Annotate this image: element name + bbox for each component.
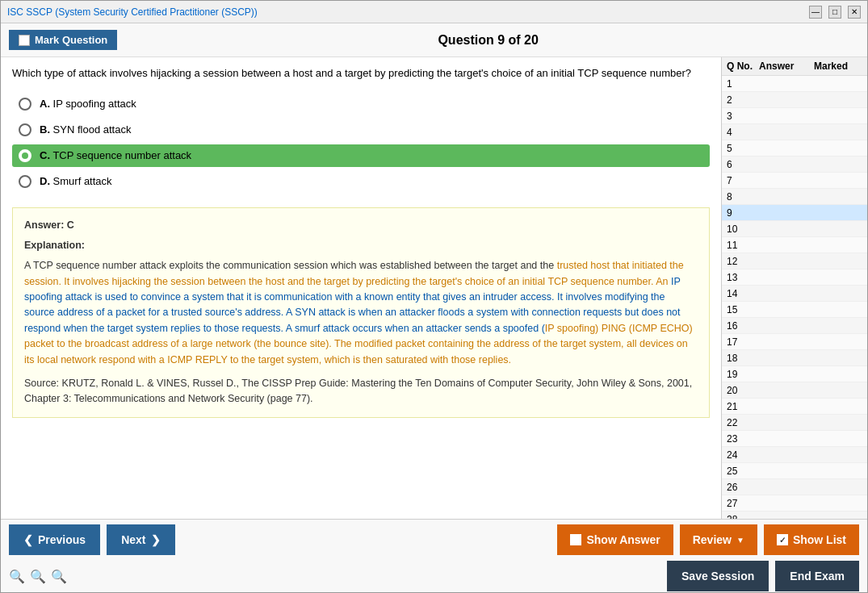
- previous-button[interactable]: Previous: [9, 524, 100, 555]
- option-c[interactable]: C. TCP sequence number attack: [12, 144, 710, 167]
- sidebar-row[interactable]: 7: [722, 173, 867, 189]
- footer: Previous Next Show Answer Review ▼ ✓ Sho…: [1, 519, 867, 592]
- sidebar-row[interactable]: 14: [722, 286, 867, 302]
- sidebar-row-qno: 11: [727, 240, 759, 251]
- sidebar-row-qno: 18: [727, 353, 759, 364]
- option-b[interactable]: B. SYN flood attack: [12, 119, 710, 141]
- zoom-out-button[interactable]: 🔍: [51, 569, 67, 584]
- show-list-icon: ✓: [777, 534, 788, 545]
- minimize-button[interactable]: —: [809, 6, 822, 19]
- sidebar-row[interactable]: 15: [722, 302, 867, 318]
- sidebar-row-qno: 4: [727, 127, 759, 138]
- sidebar-row[interactable]: 25: [722, 463, 867, 479]
- sidebar-row-qno: 25: [727, 466, 759, 477]
- sidebar-row-qno: 19: [727, 369, 759, 380]
- sidebar-row[interactable]: 6: [722, 157, 867, 173]
- sidebar-row[interactable]: 23: [722, 431, 867, 447]
- sidebar-row[interactable]: 18: [722, 350, 867, 366]
- sidebar-row-qno: 21: [727, 401, 759, 412]
- sidebar-row[interactable]: 10: [722, 221, 867, 237]
- mark-question-label: Mark Question: [35, 34, 107, 46]
- review-dropdown-icon: ▼: [736, 536, 744, 545]
- sidebar-row[interactable]: 2: [722, 92, 867, 108]
- sidebar-row-qno: 3: [727, 111, 759, 122]
- option-c-radio: [19, 149, 31, 162]
- option-a-label: A. IP spoofing attack: [40, 98, 136, 110]
- question-title: Question 9 of 20: [117, 33, 859, 48]
- sidebar-row[interactable]: 8: [722, 189, 867, 205]
- option-c-label: C. TCP sequence number attack: [40, 149, 191, 161]
- sidebar-row[interactable]: 16: [722, 318, 867, 334]
- sidebar-row-qno: 22: [727, 417, 759, 428]
- review-label: Review: [693, 533, 732, 546]
- sidebar-row[interactable]: 19: [722, 366, 867, 382]
- next-button[interactable]: Next: [107, 524, 174, 555]
- sidebar-row[interactable]: 24: [722, 447, 867, 463]
- maximize-button[interactable]: □: [828, 6, 841, 19]
- sidebar-row-qno: 6: [727, 159, 759, 170]
- main-panel: Which type of attack involves hijacking …: [1, 57, 722, 519]
- sidebar-rows: 1 2 3 4 5 6 7 8: [722, 76, 867, 519]
- show-answer-button[interactable]: Show Answer: [557, 524, 673, 555]
- option-b-label: B. SYN flood attack: [40, 123, 131, 136]
- sidebar-row[interactable]: 12: [722, 253, 867, 269]
- window-controls: — □ ✕: [809, 6, 861, 19]
- title-bar: ISC SSCP (System Security Certified Prac…: [1, 1, 867, 23]
- close-button[interactable]: ✕: [848, 6, 861, 19]
- sidebar-row[interactable]: 5: [722, 140, 867, 157]
- mark-question-button[interactable]: Mark Question: [9, 30, 117, 50]
- sidebar-row[interactable]: 3: [722, 108, 867, 124]
- sidebar-row[interactable]: 28: [722, 512, 867, 519]
- sidebar-row[interactable]: 17: [722, 334, 867, 350]
- sidebar-row[interactable]: 26: [722, 479, 867, 495]
- sidebar-col-qno: Q No.: [727, 61, 759, 72]
- chevron-left-icon: [23, 533, 33, 546]
- option-d[interactable]: D. Smurf attack: [12, 170, 710, 193]
- sidebar-row[interactable]: 22: [722, 415, 867, 431]
- show-list-button[interactable]: ✓ Show List: [764, 524, 859, 555]
- zoom-reset-button[interactable]: 🔍: [30, 569, 46, 584]
- sidebar-row[interactable]: 21: [722, 399, 867, 415]
- option-a[interactable]: A. IP spoofing attack: [12, 93, 710, 115]
- end-exam-label: End Exam: [790, 570, 845, 583]
- option-a-radio: [19, 98, 31, 111]
- show-answer-label: Show Answer: [586, 533, 660, 546]
- sidebar-row-qno: 15: [727, 304, 759, 315]
- zoom-in-button[interactable]: 🔍: [9, 569, 25, 584]
- sidebar-row-qno: 9: [727, 207, 759, 219]
- sidebar-row[interactable]: 9: [722, 205, 867, 221]
- sidebar-row-qno: 16: [727, 320, 759, 332]
- explanation-label: Explanation:: [24, 238, 698, 253]
- explanation-body: A TCP sequence number attack exploits th…: [24, 258, 698, 368]
- save-session-label: Save Session: [681, 570, 754, 583]
- show-answer-icon: [570, 534, 581, 545]
- sidebar-row-qno: 27: [727, 498, 759, 509]
- sidebar-row[interactable]: 11: [722, 237, 867, 253]
- sidebar-col-marked: Marked: [814, 61, 862, 72]
- sidebar-row-qno: 14: [727, 288, 759, 299]
- show-list-label: Show List: [793, 533, 846, 546]
- sidebar-row-qno: 24: [727, 449, 759, 461]
- source-text: Source: KRUTZ, Ronald L. & VINES, Russel…: [24, 376, 698, 407]
- review-button[interactable]: Review ▼: [680, 524, 757, 555]
- sidebar-row[interactable]: 1: [722, 76, 867, 92]
- sidebar-row[interactable]: 4: [722, 124, 867, 140]
- sidebar-row-qno: 17: [727, 336, 759, 348]
- sidebar-row[interactable]: 27: [722, 495, 867, 512]
- end-exam-button[interactable]: End Exam: [775, 561, 859, 591]
- sidebar-row-qno: 23: [727, 433, 759, 445]
- previous-label: Previous: [38, 533, 86, 546]
- sidebar-row[interactable]: 13: [722, 269, 867, 286]
- toolbar: Mark Question Question 9 of 20: [1, 23, 867, 57]
- sidebar-row-qno: 1: [727, 78, 759, 90]
- sidebar: Q No. Answer Marked 1 2 3 4 5 6: [722, 57, 867, 519]
- save-session-button[interactable]: Save Session: [667, 561, 769, 591]
- sidebar-row-qno: 12: [727, 256, 759, 267]
- sidebar-row-qno: 10: [727, 223, 759, 235]
- sidebar-row-qno: 7: [727, 175, 759, 186]
- sidebar-row-qno: 2: [727, 94, 759, 106]
- mark-checkbox-icon: [19, 35, 30, 46]
- footer-row1: Previous Next Show Answer Review ▼ ✓ Sho…: [1, 520, 867, 560]
- sidebar-row-qno: 13: [727, 272, 759, 283]
- sidebar-row[interactable]: 20: [722, 382, 867, 399]
